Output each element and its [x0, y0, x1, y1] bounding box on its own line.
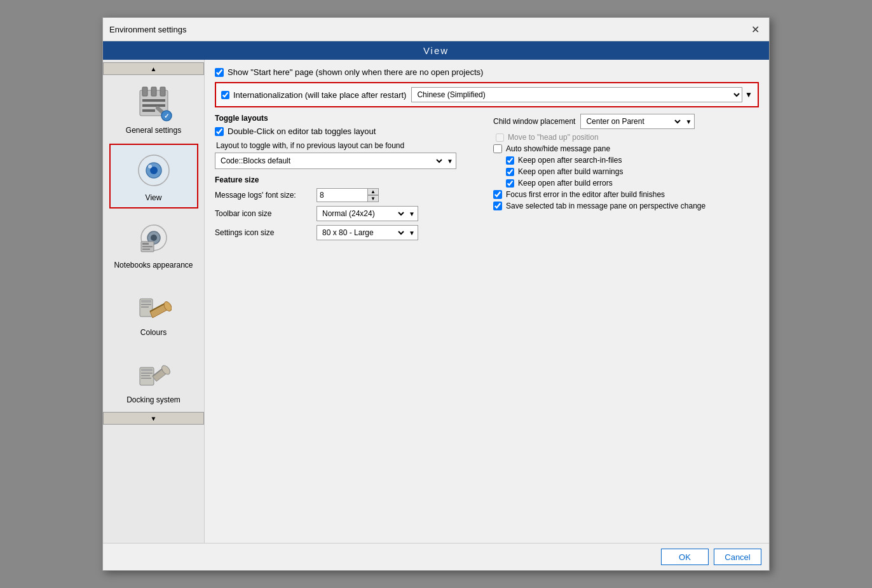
keep-open-build-err-label: Keep open after build errors [518, 179, 613, 188]
toggle-layouts-title: Toggle layouts [215, 114, 480, 123]
focus-first-error-label: Focus first error in the editor after bu… [506, 190, 665, 199]
svg-rect-18 [142, 246, 153, 247]
section-header: View [103, 41, 769, 60]
keep-open-build-warn-label: Keep open after build warnings [518, 167, 623, 176]
sidebar-item-colours[interactable]: Colours [109, 278, 198, 343]
section-title: View [423, 45, 449, 56]
settings-icon-select[interactable]: 80 x 80 - Large 48 x 48 - Medium 32 x 32… [317, 226, 406, 240]
show-start-page-row: Show "Start here" page (shown only when … [215, 67, 759, 77]
save-selected-tab-checkbox[interactable] [493, 202, 502, 210]
move-head-up-label: Move to "head up" position [508, 133, 599, 142]
focus-first-error-checkbox[interactable] [493, 190, 502, 199]
keep-open-search-checkbox[interactable] [506, 156, 514, 165]
auto-show-hide-row: Auto show/hide message pane [493, 144, 759, 153]
main-content: ▲ ✓ Gene [103, 60, 769, 543]
colours-icon [133, 285, 174, 325]
cancel-button[interactable]: Cancel [714, 549, 761, 565]
colours-label: Colours [140, 328, 167, 337]
feature-size-group: Feature size Message logs' font size: ▲ … [215, 175, 480, 240]
spin-up-button[interactable]: ▲ [367, 188, 379, 195]
child-window-select-arrow: ▼ [683, 118, 694, 125]
notebooks-appearance-label: Notebooks appearance [114, 261, 193, 270]
right-column: Child window placement Center on Parent … [493, 114, 759, 244]
svg-rect-19 [142, 249, 150, 250]
sidebar-item-general-settings[interactable]: ✓ General settings [109, 76, 198, 141]
child-window-select-container: Center on Parent Default Center on Scree… [580, 114, 695, 129]
toolbar-icon-select[interactable]: Normal (24x24) Small (16x16) Large (32x3… [317, 207, 406, 221]
layout-hint-text: Layout to toggle with, if no previous la… [215, 141, 480, 150]
internationalization-checkbox[interactable] [221, 91, 229, 99]
message-log-font-label: Message logs' font size: [215, 191, 317, 200]
sidebar-scroll-up[interactable]: ▲ [103, 62, 204, 75]
child-window-placement-label: Child window placement [493, 117, 575, 126]
keep-open-build-err-row: Keep open after build errors [493, 179, 759, 188]
settings-select-arrow: ▼ [406, 229, 418, 236]
save-selected-tab-row: Save selected tab in message pane on per… [493, 202, 759, 210]
internationalization-label: Internationalization (will take place af… [233, 90, 406, 100]
svg-rect-4 [142, 99, 165, 102]
svg-point-12 [148, 165, 152, 168]
settings-icon-size-row: Settings icon size 80 x 80 - Large 48 x … [215, 225, 480, 240]
child-window-placement-row: Child window placement Center on Parent … [493, 114, 759, 129]
general-settings-icon: ✓ [133, 83, 174, 123]
internationalization-select[interactable]: Chinese (Simplified) [411, 87, 742, 102]
child-window-placement-select[interactable]: Center on Parent Default Center on Scree… [581, 114, 683, 128]
message-log-font-spin: ▲ ▼ [317, 188, 379, 202]
keep-open-build-err-checkbox[interactable] [506, 179, 514, 188]
toggle-layouts-group: Toggle layouts Double-Click on editor ta… [215, 114, 480, 169]
general-settings-label: General settings [126, 126, 181, 135]
svg-rect-23 [141, 306, 149, 308]
close-button[interactable]: ✕ [747, 22, 763, 37]
left-column: Toggle layouts Double-Click on editor ta… [215, 114, 480, 244]
svg-rect-27 [141, 373, 153, 374]
svg-rect-6 [142, 109, 155, 112]
keep-open-build-warn-row: Keep open after build warnings [493, 167, 759, 176]
intl-dropdown-arrow: ▼ [745, 90, 753, 99]
view-label: View [146, 193, 162, 202]
sidebar-item-notebooks-appearance[interactable]: Notebooks appearance [109, 211, 198, 276]
notebooks-appearance-icon [133, 217, 174, 258]
move-head-up-row: Move to "head up" position [493, 133, 759, 142]
svg-rect-3 [160, 87, 165, 96]
layout-select[interactable]: Code::Blocks default [215, 153, 444, 168]
feature-size-title: Feature size [215, 175, 480, 184]
keep-open-build-warn-checkbox[interactable] [506, 168, 514, 176]
internationalization-box: Internationalization (will take place af… [215, 82, 759, 107]
layout-select-container: Code::Blocks default ▼ [215, 153, 456, 169]
sidebar-item-view[interactable]: View [109, 144, 198, 209]
svg-rect-1 [142, 87, 147, 96]
keep-open-search-row: Keep open after search-in-files [493, 156, 759, 165]
sidebar-scroll-down[interactable]: ▼ [103, 412, 204, 425]
auto-show-hide-checkbox[interactable] [493, 144, 502, 153]
show-start-page-label: Show "Start here" page (shown only when … [228, 67, 483, 77]
svg-point-15 [151, 235, 157, 241]
svg-rect-26 [141, 369, 153, 371]
toolbar-select-arrow: ▼ [406, 210, 418, 217]
svg-rect-29 [141, 378, 151, 379]
svg-rect-2 [151, 87, 156, 96]
sidebar-item-docking-system[interactable]: Docking system [109, 346, 198, 411]
spin-down-button[interactable]: ▼ [367, 195, 379, 202]
svg-rect-21 [141, 300, 151, 303]
svg-rect-28 [141, 375, 150, 376]
double-click-checkbox[interactable] [215, 127, 224, 136]
settings-icon-size-label: Settings icon size [215, 228, 317, 237]
message-log-font-input[interactable] [317, 188, 367, 202]
move-head-up-checkbox[interactable] [496, 133, 504, 142]
auto-show-hide-label: Auto show/hide message pane [506, 144, 610, 153]
content-area: Show "Start here" page (shown only when … [205, 60, 769, 543]
ok-button[interactable]: OK [661, 549, 709, 565]
docking-system-label: Docking system [126, 395, 181, 404]
dialog-title: Environment settings [109, 25, 186, 34]
double-click-row: Double-Click on editor tab toggles layou… [215, 126, 480, 136]
docking-system-icon [133, 352, 174, 393]
message-log-font-row: Message logs' font size: ▲ ▼ [215, 188, 480, 202]
svg-rect-5 [142, 104, 165, 107]
save-selected-tab-label: Save selected tab in message pane on per… [506, 202, 705, 210]
toolbar-icon-size-row: Toolbar icon size Normal (24x24) Small (… [215, 206, 480, 221]
sidebar: ▲ ✓ Gene [103, 60, 205, 543]
show-start-page-checkbox[interactable] [215, 68, 224, 77]
settings-icon-select-container: 80 x 80 - Large 48 x 48 - Medium 32 x 32… [317, 225, 418, 240]
two-col-layout: Toggle layouts Double-Click on editor ta… [215, 114, 759, 244]
svg-rect-22 [141, 304, 151, 305]
